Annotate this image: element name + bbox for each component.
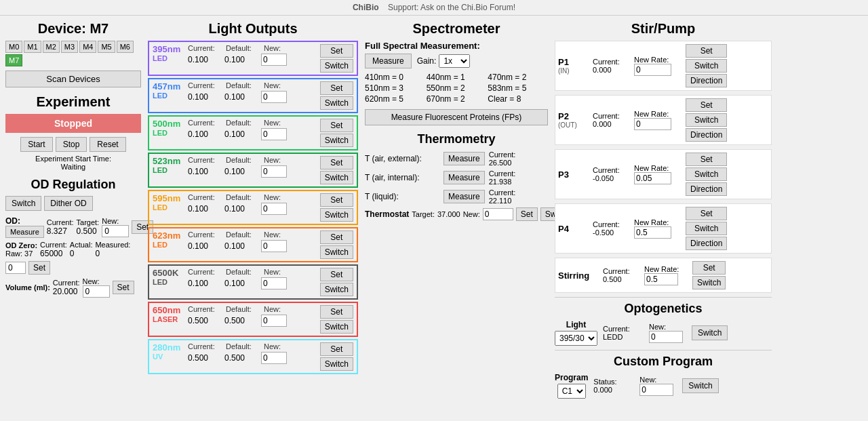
opto-new-input[interactable] [649, 331, 683, 343]
light-set-btn-8[interactable]: Set [320, 342, 353, 356]
light-new-input-3[interactable] [261, 165, 287, 178]
device-btn-M4[interactable]: M4 [79, 41, 96, 53]
pump-direction-btn-1[interactable]: Direction [686, 128, 727, 142]
light-new-input-4[interactable] [261, 203, 287, 215]
volume-new-input[interactable] [83, 285, 110, 298]
pump-rate-input-3[interactable] [634, 226, 671, 239]
light-switch-btn-3[interactable]: Switch [320, 171, 353, 184]
t-air-int-row: T (air, internal): Measure Current: 21.9… [365, 169, 548, 186]
device-btn-M7[interactable]: M7 [5, 54, 22, 66]
light-set-btn-3[interactable]: Set [320, 156, 353, 169]
light-switch-btn-1[interactable]: Switch [320, 96, 353, 110]
light-set-btn-7[interactable]: Set [320, 305, 353, 319]
od-new-input[interactable] [102, 225, 129, 237]
program-new-input[interactable] [639, 384, 673, 396]
device-btn-M6[interactable]: M6 [117, 41, 134, 53]
light-new-input-8[interactable] [261, 352, 287, 364]
stirring-label: Stirring [558, 270, 599, 281]
pump-direction-btn-0[interactable]: Direction [686, 74, 727, 87]
stop-button[interactable]: Stop [56, 137, 87, 152]
od-zero-label: OD Zero: [5, 241, 37, 249]
reset-button[interactable]: Reset [90, 137, 125, 152]
program-select[interactable]: C1C2C3 [557, 384, 586, 399]
light-switch-btn-0[interactable]: Switch [320, 59, 353, 73]
pump-direction-btn-2[interactable]: Direction [686, 182, 727, 196]
light-outputs-panel: Light Outputs 395nm LED Current: Default… [148, 21, 358, 399]
light-set-btn-5[interactable]: Set [320, 230, 353, 244]
pump-set-btn-1[interactable]: Set [686, 98, 727, 112]
opto-new-label: New: [649, 323, 686, 331]
gain-select[interactable]: 1x4x16x64x [439, 54, 470, 68]
stirring-switch-button[interactable]: Switch [692, 276, 726, 289]
pump-row-P1: P1 (IN) Current: 0.000 New Rate: Set Swi… [555, 41, 772, 91]
opto-switch-button[interactable]: Switch [692, 325, 728, 340]
od-zero-new-input[interactable] [5, 262, 26, 274]
od-switch-button[interactable]: Switch [5, 196, 41, 211]
light-switch-btn-6[interactable]: Switch [320, 283, 353, 296]
spec-reading-7: 670nm = 2 [427, 94, 487, 104]
light-set-btn-2[interactable]: Set [320, 119, 353, 132]
light-type-2: LED [153, 129, 185, 137]
t-liquid-measure-button[interactable]: Measure [443, 190, 485, 203]
pump-rate-input-0[interactable] [634, 64, 671, 76]
light-switch-btn-5[interactable]: Switch [320, 245, 353, 259]
device-btn-M0[interactable]: M0 [5, 41, 22, 53]
volume-set-button[interactable]: Set [113, 281, 134, 294]
light-new-input-7[interactable] [261, 315, 287, 327]
light-switch-btn-8[interactable]: Switch [320, 357, 353, 371]
stirring-set-button[interactable]: Set [692, 261, 726, 275]
t-air-ext-measure-button[interactable]: Measure [443, 152, 485, 165]
gain-label: Gain: [417, 56, 437, 66]
pump-set-btn-2[interactable]: Set [686, 153, 727, 166]
light-new-input-0[interactable] [261, 54, 287, 66]
thermostat-new-input[interactable] [483, 208, 513, 220]
pump-rate-input-1[interactable] [634, 118, 671, 130]
light-new-input-6[interactable] [261, 277, 287, 289]
od-dither-button[interactable]: Dither OD [44, 196, 92, 211]
light-new-input-2[interactable] [261, 128, 287, 140]
device-btn-M5[interactable]: M5 [98, 41, 115, 53]
light-switch-btn-4[interactable]: Switch [320, 208, 353, 222]
experiment-status-button[interactable]: Stopped [5, 114, 141, 133]
program-switch-button[interactable]: Switch [682, 378, 718, 393]
light-current-8: 0.500 [188, 353, 222, 363]
light-switch-btn-7[interactable]: Switch [320, 320, 353, 334]
light-default-3: 0.100 [224, 167, 258, 176]
od-zero-current-label: Current: [40, 241, 67, 249]
pump-rate-label-0: New Rate: [634, 56, 682, 64]
thermostat-set-button[interactable]: Set [516, 207, 538, 221]
spectrometer-title: Spectrometer [365, 21, 548, 37]
device-btn-M2[interactable]: M2 [43, 41, 60, 53]
light-new-input-5[interactable] [261, 240, 287, 252]
light-set-btn-6[interactable]: Set [320, 268, 353, 281]
light-new-input-1[interactable] [261, 91, 287, 103]
scan-devices-button[interactable]: Scan Devices [5, 71, 141, 87]
pump-set-btn-0[interactable]: Set [686, 44, 727, 58]
pump-switch-btn-1[interactable]: Switch [686, 113, 727, 127]
light-set-btn-1[interactable]: Set [320, 81, 353, 95]
pump-rate-input-2[interactable] [634, 172, 671, 184]
t-air-int-measure-button[interactable]: Measure [443, 171, 485, 184]
light-set-btn-4[interactable]: Set [320, 193, 353, 207]
light-set-btn-0[interactable]: Set [320, 44, 353, 58]
light-switch-btn-2[interactable]: Switch [320, 134, 353, 147]
pump-direction-btn-3[interactable]: Direction [686, 237, 727, 250]
start-button[interactable]: Start [20, 137, 52, 152]
stirring-rate-input[interactable] [644, 273, 678, 285]
pump-switch-btn-0[interactable]: Switch [686, 59, 727, 73]
spec-readings-grid: 410nm = 0440nm = 1470nm = 2510nm = 3550n… [365, 73, 548, 104]
od-zero-set-button[interactable]: Set [28, 261, 50, 275]
fp-measure-button[interactable]: Measure Fluorescent Proteins (FPs) [365, 109, 548, 125]
pump-current-label-3: Current: [593, 220, 630, 228]
opto-light-select[interactable]: 395/30457/10500/10523/10 [555, 331, 597, 346]
spec-reading-2: 470nm = 2 [488, 73, 548, 82]
spec-measure-button[interactable]: Measure [365, 54, 412, 68]
device-btn-M3[interactable]: M3 [61, 41, 78, 53]
pump-switch-btn-3[interactable]: Switch [686, 222, 727, 235]
pump-label-0: P1 [558, 57, 589, 67]
device-btn-M1[interactable]: M1 [24, 41, 41, 53]
pump-switch-btn-2[interactable]: Switch [686, 167, 727, 181]
od-measure-button[interactable]: Measure [5, 226, 44, 238]
spectrometer-panel: Spectrometer Full Spectral Measurement: … [365, 21, 548, 399]
pump-set-btn-3[interactable]: Set [686, 207, 727, 220]
